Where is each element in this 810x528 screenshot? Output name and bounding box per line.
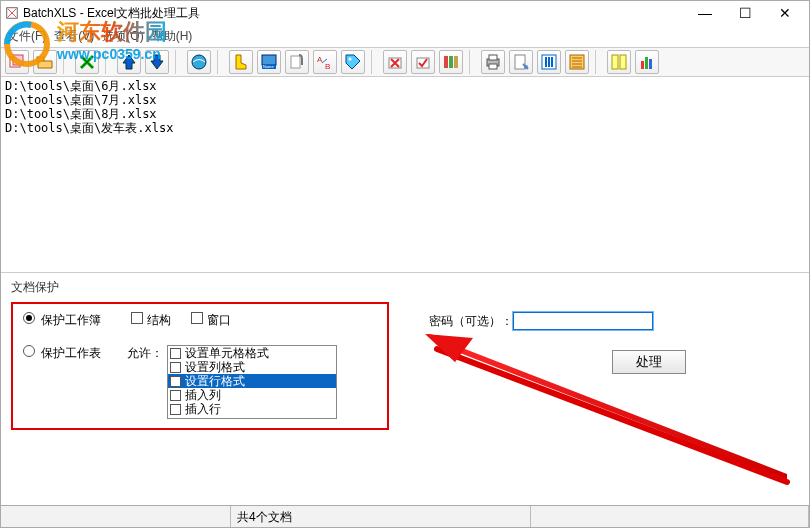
file-item[interactable]: D:\tools\桌面\8月.xlsx	[5, 107, 805, 121]
label-structure: 结构	[147, 312, 171, 329]
tool-lock-close-icon[interactable]	[383, 50, 407, 74]
menu-options[interactable]: 选项(O)	[102, 28, 143, 45]
menu-bar: 文件(F) 查看(V) 选项(O) 帮助(H)	[1, 25, 809, 47]
label-allow: 允许：	[127, 345, 163, 362]
tool-down-icon[interactable]	[145, 50, 169, 74]
tool-ie-icon[interactable]	[187, 50, 211, 74]
status-cell-right	[531, 506, 809, 527]
svg-rect-32	[641, 61, 644, 69]
allow-list[interactable]: 设置单元格格式 设置列格式 设置行格式 插入列 插入行	[167, 345, 337, 419]
svg-rect-22	[489, 64, 497, 69]
checkbox-structure[interactable]	[131, 312, 143, 324]
minimize-button[interactable]: —	[685, 1, 725, 25]
menu-view[interactable]: 查看(V)	[54, 28, 94, 45]
protect-panel: 保护工作簿 结构 窗口 保护工作表 允许： 设置单元格格式 设置列格式 设置行格…	[11, 302, 389, 430]
window-title: BatchXLS - Excel文档批处理工具	[23, 5, 685, 22]
app-icon	[5, 6, 19, 20]
svg-rect-5	[13, 55, 23, 65]
tool-boot-icon[interactable]	[229, 50, 253, 74]
file-item[interactable]: D:\tools\桌面\发车表.xlsx	[5, 121, 805, 135]
file-list[interactable]: D:\tools\桌面\6月.xlsx D:\tools\桌面\7月.xlsx …	[1, 77, 809, 273]
panel-title: 文档保护	[1, 273, 809, 300]
svg-point-24	[524, 65, 528, 69]
svg-rect-11	[291, 56, 300, 68]
tool-up-icon[interactable]	[117, 50, 141, 74]
svg-rect-27	[548, 57, 550, 67]
tool-remove-icon[interactable]	[75, 50, 99, 74]
label-password: 密码（可选）：	[429, 313, 513, 330]
svg-rect-17	[444, 56, 448, 68]
label-protect-workbook: 保护工作簿	[41, 312, 101, 329]
svg-point-7	[192, 55, 206, 69]
status-bar: 共4个文档	[1, 505, 809, 527]
tool-lock-check-icon[interactable]	[411, 50, 435, 74]
tool-chart-icon[interactable]	[635, 50, 659, 74]
label-protect-worksheet: 保护工作表	[41, 345, 101, 362]
svg-rect-30	[612, 55, 618, 69]
tool-add-folder-icon[interactable]	[33, 50, 57, 74]
svg-rect-6	[37, 57, 44, 61]
tool-books-icon[interactable]	[439, 50, 463, 74]
tool-list-icon[interactable]	[565, 50, 589, 74]
status-count: 共4个文档	[231, 506, 531, 527]
tool-page-setup-icon[interactable]	[509, 50, 533, 74]
password-input[interactable]	[513, 312, 653, 330]
right-panel: 密码（可选）： 处理	[389, 302, 799, 430]
svg-rect-18	[449, 56, 453, 68]
menu-file[interactable]: 文件(F)	[7, 28, 46, 45]
svg-rect-23	[515, 55, 525, 69]
svg-rect-21	[489, 55, 497, 60]
close-button[interactable]: ✕	[765, 1, 805, 25]
status-cell-left	[1, 506, 231, 527]
menu-help[interactable]: 帮助(H)	[152, 28, 193, 45]
svg-rect-19	[454, 56, 458, 68]
tool-print-icon[interactable]	[481, 50, 505, 74]
toolbar: Name AB	[1, 47, 809, 77]
tool-a-to-b-icon[interactable]: AB	[313, 50, 337, 74]
radio-protect-workbook[interactable]	[23, 312, 35, 324]
svg-rect-26	[545, 57, 547, 67]
svg-rect-33	[645, 57, 648, 69]
tool-attach-icon[interactable]	[285, 50, 309, 74]
svg-text:B: B	[325, 62, 330, 71]
process-button[interactable]: 处理	[612, 350, 686, 374]
file-item[interactable]: D:\tools\桌面\7月.xlsx	[5, 93, 805, 107]
svg-rect-31	[620, 55, 626, 69]
title-bar: BatchXLS - Excel文档批处理工具 — ☐ ✕	[1, 1, 809, 25]
file-item[interactable]: D:\tools\桌面\6月.xlsx	[5, 79, 805, 93]
tool-tag-icon[interactable]	[341, 50, 365, 74]
svg-rect-34	[649, 59, 652, 69]
tool-name-icon[interactable]: Name	[257, 50, 281, 74]
tool-compare-icon[interactable]	[607, 50, 631, 74]
svg-point-14	[349, 58, 352, 61]
label-window: 窗口	[207, 312, 231, 329]
allow-item[interactable]: 插入行	[168, 402, 336, 416]
tool-add-files-icon[interactable]	[5, 50, 29, 74]
radio-protect-worksheet[interactable]	[23, 345, 35, 357]
svg-rect-28	[551, 57, 553, 67]
checkbox-window[interactable]	[191, 312, 203, 324]
maximize-button[interactable]: ☐	[725, 1, 765, 25]
tool-columns-icon[interactable]	[537, 50, 561, 74]
svg-text:Name: Name	[263, 64, 274, 69]
